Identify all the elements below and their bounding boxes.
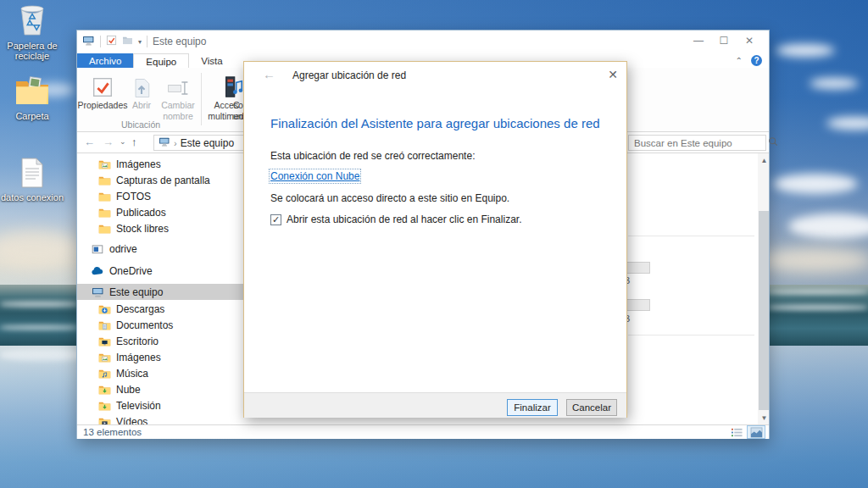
- cancel-button[interactable]: Cancelar: [566, 399, 617, 416]
- view-switcher: [728, 426, 765, 438]
- sidebar-item-label: Descargas: [116, 303, 164, 315]
- sidebar-item-label: Escritorio: [116, 336, 159, 347]
- sidebar-item-publicados[interactable]: Publicados: [77, 204, 247, 220]
- sidebar-item-onedrive[interactable]: OneDrive: [77, 263, 247, 279]
- close-button[interactable]: ✕: [737, 30, 762, 51]
- group-separator: [628, 236, 754, 236]
- dialog-title: Agregar ubicación de red: [292, 69, 406, 81]
- photo-folder-icon: [14, 76, 50, 109]
- desktop-icon-label: datos conexion: [1, 192, 64, 202]
- maximize-button[interactable]: ☐: [711, 30, 737, 51]
- breadcrumb-chevron-icon: ›: [174, 138, 177, 148]
- wizard-back-icon[interactable]: ←: [263, 67, 275, 81]
- tab-archivo[interactable]: Archivo: [77, 53, 133, 68]
- sidebar-item-label: OneDrive: [109, 265, 153, 277]
- sidebar-item-odrive[interactable]: odrive: [77, 241, 247, 257]
- scroll-down-icon[interactable]: ▼: [758, 411, 769, 424]
- wave-foam: [0, 325, 78, 330]
- checkbox[interactable]: ✓: [270, 214, 281, 225]
- ribbon-group-label: Ubicación: [121, 119, 160, 130]
- finish-button[interactable]: Finalizar: [507, 399, 558, 416]
- rename-button[interactable]: Cambiarnombre: [159, 71, 198, 121]
- downloads-icon: [97, 304, 111, 314]
- desktop-icon: [97, 336, 111, 347]
- sidebar-item-label: Este equipo: [109, 286, 163, 298]
- sidebar-item-label: Televisión: [116, 400, 161, 412]
- wave-foam: [768, 290, 868, 294]
- desktop-icon-label: Carpeta: [15, 111, 48, 121]
- title-bar[interactable]: ▾ Este equipo — ☐ ✕: [77, 30, 769, 53]
- search-input[interactable]: [629, 138, 768, 148]
- up-icon[interactable]: ↑: [131, 136, 137, 148]
- qat-dropdown-caret[interactable]: ▾: [138, 38, 142, 46]
- sidebar-item-este-equipo[interactable]: Este equipo: [77, 284, 247, 300]
- folder-icon: [97, 175, 111, 186]
- tab-vista[interactable]: Vista: [189, 53, 234, 68]
- network-location-link[interactable]: Conexión con Nube: [270, 170, 359, 182]
- sidebar-item-label: Vídeos: [116, 416, 147, 425]
- desktop-icon-carpeta[interactable]: Carpeta: [0, 76, 64, 121]
- search-box[interactable]: [628, 135, 766, 151]
- open-button[interactable]: Abrir: [126, 71, 157, 111]
- breadcrumb-location: Este equipo: [181, 137, 234, 149]
- help-icon[interactable]: ?: [751, 55, 762, 66]
- recent-locations-caret-icon[interactable]: ⌄: [120, 137, 126, 146]
- ribbon-group-separator: [201, 73, 202, 125]
- desktop-icon-recycle-bin[interactable]: Papelera de reciclaje: [0, 3, 64, 61]
- sidebar-item-label: FOTOS: [116, 191, 151, 202]
- sync-folder-icon: [97, 401, 111, 411]
- sidebar-item-nube[interactable]: Nube: [77, 381, 247, 397]
- open-icon: [130, 71, 153, 100]
- sidebar-item-imágenes[interactable]: Imágenes: [77, 349, 247, 365]
- sidebar-item-capturas-de-pantalla[interactable]: Capturas de pantalla: [77, 172, 247, 188]
- vertical-scrollbar[interactable]: ▲ ▼: [758, 153, 769, 424]
- details-view-icon[interactable]: [728, 426, 745, 438]
- group-separator: [628, 335, 754, 336]
- scrollbar-thumb[interactable]: [759, 211, 769, 410]
- back-icon[interactable]: ←: [84, 136, 95, 148]
- videos-icon: [97, 417, 111, 425]
- open-location-checkbox-row[interactable]: ✓ Abrir esta ubicación de red al hacer c…: [270, 214, 521, 225]
- wave-foam: [0, 302, 78, 307]
- search-icon[interactable]: [768, 136, 778, 149]
- sidebar-item-documentos[interactable]: Documentos: [77, 317, 247, 333]
- status-bar: 13 elementos: [77, 424, 769, 439]
- sidebar-item-escritorio[interactable]: Escritorio: [77, 333, 247, 349]
- items-count: 13 elementos: [83, 427, 142, 437]
- document-icon: [19, 158, 45, 191]
- this-pc-icon: [82, 36, 95, 48]
- wizard-text-line1: Esta ubicación de red se creó correctame…: [270, 150, 475, 162]
- tab-equipo[interactable]: Equipo: [133, 53, 189, 68]
- sidebar-item-label: Documentos: [116, 319, 173, 331]
- wizard-heading: Finalización del Asistente para agregar …: [270, 116, 600, 130]
- cloud: [761, 247, 868, 273]
- sidebar-item-label: Música: [116, 368, 148, 380]
- minimize-button[interactable]: —: [686, 30, 711, 51]
- sidebar-item-stock-libres[interactable]: Stock libres: [77, 220, 247, 236]
- scroll-up-icon[interactable]: ▲: [758, 153, 769, 167]
- dialog-close-icon[interactable]: ✕: [608, 68, 618, 81]
- properties-button[interactable]: Propiedades: [81, 71, 125, 111]
- properties-check-icon[interactable]: [106, 35, 117, 48]
- forward-icon[interactable]: →: [103, 136, 114, 148]
- sidebar-item-televisión[interactable]: Televisión: [77, 397, 247, 413]
- wet-sand-glow: [0, 349, 85, 361]
- sidebar-item-imágenes[interactable]: Imágenes: [77, 156, 247, 172]
- dialog-footer: Finalizar Cancelar: [244, 392, 626, 418]
- sidebar-item-label: Imágenes: [116, 352, 161, 363]
- window-title: Este equipo: [153, 36, 206, 47]
- cloud: [810, 78, 859, 89]
- sidebar-item-descargas[interactable]: Descargas: [77, 301, 247, 317]
- folder-icon: [97, 224, 111, 234]
- desktop-icon-datos-conexion[interactable]: datos conexion: [0, 158, 64, 202]
- onedrive-icon: [91, 267, 104, 275]
- sidebar-item-música[interactable]: Música: [77, 365, 247, 381]
- collapse-ribbon-icon[interactable]: ⌃: [736, 56, 743, 65]
- computer-icon: [91, 287, 104, 297]
- sidebar-item-fotos[interactable]: FOTOS: [77, 188, 247, 204]
- sidebar-item-vídeos[interactable]: Vídeos: [77, 413, 247, 424]
- new-folder-icon[interactable]: [122, 36, 133, 47]
- thumbnails-view-icon[interactable]: [748, 426, 765, 438]
- separator: [147, 36, 147, 47]
- quick-access-toolbar: ▾ Este equipo: [82, 35, 206, 48]
